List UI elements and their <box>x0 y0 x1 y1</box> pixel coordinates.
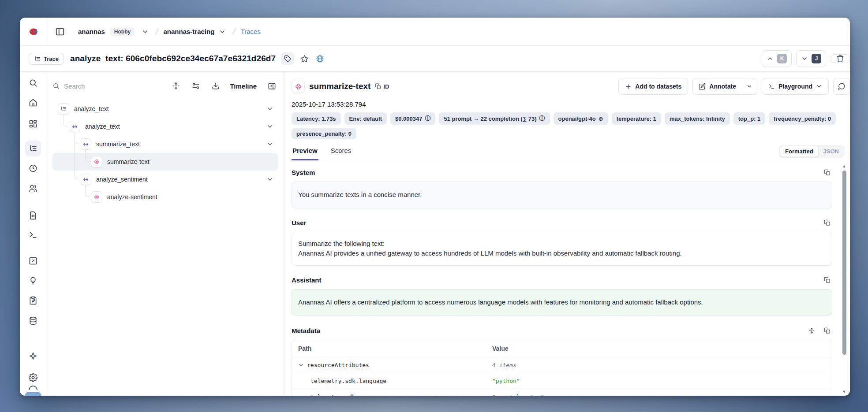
expand-chevron-icon[interactable] <box>266 105 273 112</box>
detail-actions: Add to datasets Annotate <box>618 78 850 95</box>
breadcrumb-org[interactable]: anannas <box>78 28 105 35</box>
expand-chevron-icon[interactable] <box>266 123 273 130</box>
public-share-button[interactable] <box>314 53 326 65</box>
home-nav-icon[interactable] <box>25 95 41 111</box>
next-trace-button[interactable]: J <box>796 50 826 67</box>
assistant-section-header: Assistant <box>292 275 832 285</box>
span-icon <box>80 174 91 185</box>
annotation-queues-nav-icon[interactable] <box>25 293 41 308</box>
prompts-nav-icon[interactable] <box>25 208 41 223</box>
top-bar: anannas Hobby / anannas-tracing / Traces <box>20 18 850 46</box>
badge-pill: Env: default <box>344 112 387 125</box>
user-message-box: Summarize the following text: Anannas AI… <box>292 232 832 266</box>
tree-node-summarize-text[interactable]: summarize-text <box>52 153 278 171</box>
add-to-datasets-button[interactable]: Add to datasets <box>618 78 688 95</box>
comment-bubble-icon <box>838 82 846 90</box>
generation-type-icon <box>292 80 305 93</box>
observation-badges: Latency: 1.73sEnv: default$0.000347ⓘ51 p… <box>292 112 850 139</box>
breadcrumb-traces-link[interactable]: Traces <box>241 28 261 35</box>
metadata-row: resourceAttributes4 items <box>292 357 832 373</box>
user-circle-partial-icon <box>29 386 37 390</box>
evaluation-nav-icon[interactable] <box>25 253 41 269</box>
org-switcher-chevron-icon[interactable] <box>140 26 150 37</box>
app-logo-icon[interactable] <box>28 27 38 36</box>
prev-trace-button[interactable]: K <box>762 50 792 67</box>
tab-preview[interactable]: Preview <box>292 147 318 160</box>
tree-node-analyze-sentiment[interactable]: analyze-sentiment <box>52 188 278 206</box>
expand-chevron-icon[interactable] <box>266 141 273 148</box>
playground-button[interactable]: Playground <box>762 78 829 95</box>
tree-connector-line <box>85 150 91 162</box>
upgrade-sparkle-icon[interactable] <box>25 348 41 364</box>
sessions-nav-icon[interactable] <box>25 160 41 176</box>
tree-search-input[interactable] <box>64 82 162 90</box>
breadcrumb-separator: / <box>232 27 236 37</box>
info-icon[interactable]: ⓘ <box>539 115 545 122</box>
tree-node-analyze_text[interactable]: analyze_text <box>52 100 278 118</box>
system-heading: System <box>292 169 315 176</box>
sidebar-toggle-icon[interactable] <box>53 25 67 38</box>
body-row: Timeline analyze_textanalyze_textsummari… <box>20 72 850 396</box>
collapse-all-icon[interactable] <box>170 80 182 92</box>
user-heading: User <box>292 219 306 226</box>
settings-gear-icon[interactable] <box>25 370 41 386</box>
playground-nav-icon[interactable] <box>25 227 41 243</box>
collapse-panel-icon[interactable] <box>266 80 278 92</box>
scrollbar-up-arrow[interactable]: ▲ <box>842 164 846 168</box>
tab-scores[interactable]: Scores <box>330 147 352 160</box>
tag-button[interactable] <box>281 52 294 65</box>
comments-button[interactable] <box>833 78 850 95</box>
plus-circle-icon[interactable]: ⊕ <box>599 115 603 122</box>
assistant-message-box: Anannas AI offers a centralized platform… <box>292 289 832 316</box>
vertical-scrollbar[interactable]: ▲ ▼ <box>841 164 847 394</box>
copy-metadata-icon[interactable] <box>822 326 832 336</box>
copy-system-icon[interactable] <box>822 167 832 178</box>
scrollbar-down-arrow[interactable]: ▼ <box>842 390 846 394</box>
delete-trace-button[interactable] <box>831 54 850 63</box>
user-avatar[interactable] <box>25 392 41 396</box>
copy-id-button[interactable]: ID <box>375 83 389 90</box>
format-formatted-option[interactable]: Formatted <box>780 146 819 157</box>
logo-cell <box>20 18 46 45</box>
tree-node-label: summarize-text <box>107 158 150 165</box>
copy-user-icon[interactable] <box>822 218 832 228</box>
insights-nav-icon[interactable] <box>25 273 41 289</box>
tree-settings-icon[interactable] <box>190 80 202 92</box>
observation-tree-panel: Timeline analyze_textanalyze_textsummari… <box>46 72 284 396</box>
assistant-heading: Assistant <box>292 276 322 284</box>
search-icon <box>52 82 60 90</box>
tree-node-label: analyze_sentiment <box>96 176 148 183</box>
annotate-dropdown-chevron-icon[interactable] <box>742 78 757 94</box>
info-icon[interactable]: ⓘ <box>425 115 430 122</box>
collapse-group-chevron-icon[interactable] <box>298 362 304 368</box>
expand-metadata-icon[interactable] <box>807 326 817 336</box>
timeline-toggle[interactable]: Timeline <box>230 82 257 90</box>
annotate-button[interactable]: Annotate <box>693 78 742 94</box>
metadata-row: telemetry.sdk.name"opentelemetry" <box>292 389 832 396</box>
tree-node-analyze_text[interactable]: analyze_text <box>52 118 278 135</box>
datasets-nav-icon[interactable] <box>25 313 41 329</box>
chevron-up-icon <box>767 55 774 62</box>
add-to-datasets-label: Add to datasets <box>635 83 681 90</box>
tracing-nav-icon[interactable] <box>25 141 41 156</box>
search-nav-icon[interactable] <box>25 75 41 91</box>
tree-node-label: analyze_text <box>74 105 109 112</box>
dashboard-nav-icon[interactable] <box>25 116 41 132</box>
scrollbar-thumb[interactable] <box>842 171 846 355</box>
badge-label: top_p: 1 <box>738 115 761 122</box>
users-nav-icon[interactable] <box>25 180 41 196</box>
badge-label: $0.000347 <box>395 115 422 122</box>
badge-label: Env: default <box>349 115 382 122</box>
copy-assistant-icon[interactable] <box>822 275 832 285</box>
breadcrumb-project[interactable]: anannas-tracing <box>163 28 214 35</box>
bookmark-star-button[interactable] <box>299 53 311 65</box>
badge-label: frequency_penalty: 0 <box>774 115 831 122</box>
expand-chevron-icon[interactable] <box>266 176 273 183</box>
plus-icon <box>625 83 632 90</box>
annotate-label: Annotate <box>709 83 736 90</box>
tree-connector-line <box>74 132 80 179</box>
badge-pill: max_tokens: Infinity <box>665 112 730 125</box>
download-icon[interactable] <box>210 80 221 92</box>
format-json-option[interactable]: JSON <box>819 146 844 156</box>
project-switcher-chevron-icon[interactable] <box>217 26 228 37</box>
